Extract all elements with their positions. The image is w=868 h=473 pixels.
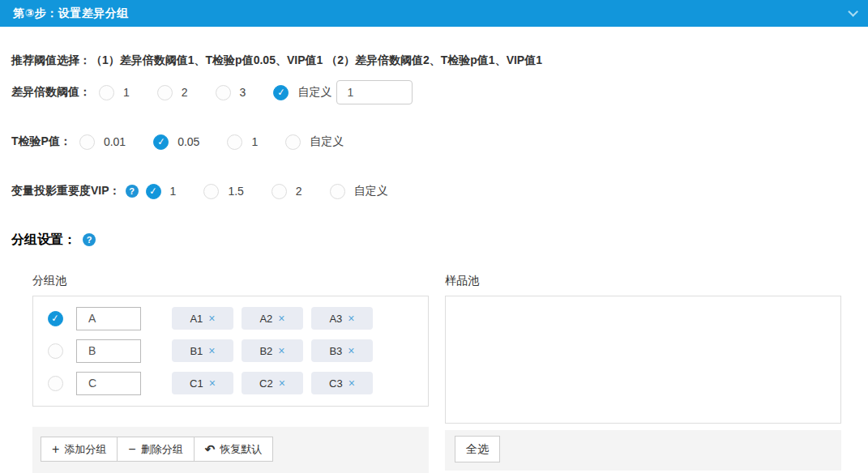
delete-group-button[interactable]: 删除分组 bbox=[117, 437, 194, 462]
sample-pool-column: 样品池 全选 bbox=[445, 274, 841, 471]
pools-section: 分组池 A1 A2 A3 bbox=[32, 274, 868, 473]
fold-change-custom-input[interactable] bbox=[336, 80, 413, 104]
sample-tag: A1 bbox=[172, 307, 233, 330]
p-value-option-005[interactable]: 0.05 bbox=[153, 134, 199, 150]
group-row-b: B1 B2 B3 bbox=[33, 335, 428, 367]
group-row-a: A1 A2 A3 bbox=[33, 302, 428, 335]
remove-tag-icon[interactable] bbox=[348, 344, 354, 357]
radio-option-label: 自定义 bbox=[297, 85, 331, 100]
radio-option-label: 2 bbox=[296, 185, 302, 198]
group-radio-c[interactable] bbox=[48, 376, 63, 391]
group-name-input-a[interactable] bbox=[76, 307, 141, 330]
minus-icon bbox=[128, 442, 135, 457]
radio-option-label: 0.01 bbox=[104, 135, 126, 148]
sample-tag: B1 bbox=[172, 339, 233, 362]
group-pool-buttons: 添加分组 删除分组 恢复默认 bbox=[41, 437, 273, 462]
sample-tag-label: B1 bbox=[190, 345, 203, 357]
group-radio-b[interactable] bbox=[48, 343, 63, 359]
remove-tag-icon[interactable] bbox=[208, 344, 215, 357]
group-c-tags: C1 C2 C3 bbox=[172, 372, 381, 394]
plus-icon bbox=[52, 442, 59, 457]
sample-tag-label: A2 bbox=[259, 313, 272, 325]
group-settings-label: 分组设置： bbox=[11, 232, 76, 249]
fold-change-option-custom[interactable]: 自定义 bbox=[273, 85, 331, 100]
sample-tag-label: A1 bbox=[190, 313, 203, 325]
radio-icon bbox=[146, 184, 161, 199]
group-pool-footer: 添加分组 删除分组 恢复默认 bbox=[32, 427, 429, 473]
group-name-input-c[interactable] bbox=[76, 372, 141, 395]
sample-tag: B2 bbox=[242, 339, 303, 362]
p-value-option-1[interactable]: 1 bbox=[227, 134, 258, 150]
radio-icon bbox=[227, 134, 242, 150]
fold-change-row: 差异倍数阈值： 1 2 3 自定义 bbox=[11, 81, 868, 104]
remove-tag-icon[interactable] bbox=[348, 312, 354, 325]
vip-option-1[interactable]: 1 bbox=[146, 184, 177, 199]
restore-default-button[interactable]: 恢复默认 bbox=[194, 437, 274, 462]
group-row-c: C1 C2 C3 bbox=[33, 367, 428, 399]
radio-icon bbox=[153, 134, 169, 150]
radio-option-label: 1 bbox=[170, 185, 177, 198]
radio-option-label: 1.5 bbox=[228, 185, 243, 198]
vip-row: 变量投影重要度VIP： 1 1.5 2 自定义 bbox=[11, 180, 868, 202]
fold-change-label: 差异倍数阈值： bbox=[11, 85, 91, 100]
vip-option-custom[interactable]: 自定义 bbox=[330, 184, 388, 199]
radio-icon bbox=[99, 85, 114, 100]
sample-pool-panel[interactable] bbox=[445, 296, 841, 424]
question-circle-icon[interactable] bbox=[83, 233, 96, 246]
sample-pool-footer: 全选 bbox=[445, 430, 841, 471]
radio-option-label: 1 bbox=[251, 135, 258, 148]
fold-change-option-1[interactable]: 1 bbox=[99, 85, 130, 100]
remove-tag-icon[interactable] bbox=[348, 377, 355, 390]
remove-tag-icon[interactable] bbox=[278, 344, 284, 357]
sample-tag: A3 bbox=[311, 307, 373, 330]
fold-change-option-2[interactable]: 2 bbox=[157, 85, 188, 100]
vip-label: 变量投影重要度VIP： bbox=[11, 184, 121, 198]
radio-option-label: 3 bbox=[240, 86, 246, 99]
delete-group-label: 删除分组 bbox=[141, 442, 183, 457]
add-group-button[interactable]: 添加分组 bbox=[41, 437, 118, 462]
fold-change-option-3[interactable]: 3 bbox=[216, 85, 246, 100]
remove-tag-icon[interactable] bbox=[208, 312, 215, 325]
step-title: 第③步：设置差异分组 bbox=[13, 6, 129, 21]
p-value-row: T检验P值： 0.01 0.05 1 自定义 bbox=[11, 130, 868, 153]
vip-option-2[interactable]: 2 bbox=[272, 184, 302, 199]
group-radio-a[interactable] bbox=[48, 311, 63, 326]
radio-option-label: 自定义 bbox=[354, 184, 388, 198]
remove-tag-icon[interactable] bbox=[279, 377, 285, 390]
radio-icon bbox=[203, 184, 219, 199]
sample-tag-label: A3 bbox=[329, 313, 342, 325]
sample-tag-label: C1 bbox=[190, 377, 203, 390]
sample-tag: C1 bbox=[172, 372, 233, 394]
p-value-option-001[interactable]: 0.01 bbox=[79, 134, 126, 150]
radio-icon bbox=[285, 134, 301, 150]
group-pool-title: 分组池 bbox=[32, 274, 429, 288]
question-circle-icon[interactable] bbox=[126, 185, 139, 198]
group-name-input-b[interactable] bbox=[76, 339, 141, 363]
remove-tag-icon[interactable] bbox=[209, 377, 216, 390]
radio-option-label: 1 bbox=[123, 86, 130, 99]
radio-icon bbox=[216, 85, 231, 100]
sample-tag: C3 bbox=[311, 372, 373, 394]
select-all-label: 全选 bbox=[466, 442, 489, 457]
radio-icon bbox=[273, 85, 289, 100]
chevron-down-icon[interactable] bbox=[848, 6, 858, 17]
remove-tag-icon[interactable] bbox=[278, 312, 284, 325]
radio-icon bbox=[79, 134, 95, 150]
group-b-tags: B1 B2 B3 bbox=[172, 339, 381, 362]
step-header: 第③步：设置差异分组 bbox=[0, 0, 868, 27]
restore-default-label: 恢复默认 bbox=[220, 442, 262, 457]
sample-tag: A2 bbox=[242, 307, 303, 330]
select-all-button[interactable]: 全选 bbox=[455, 436, 500, 462]
group-pool-panel: A1 A2 A3 B1 B2 B3 bbox=[32, 296, 429, 407]
vip-option-15[interactable]: 1.5 bbox=[203, 184, 243, 199]
sample-tag-label: C2 bbox=[259, 377, 273, 390]
p-value-option-custom[interactable]: 自定义 bbox=[285, 134, 344, 150]
p-value-label: T检验P值： bbox=[11, 134, 71, 149]
step-body: 推荐阈值选择：（1）差异倍数阈值1、T检验p值0.05、VIP值1 （2）差异倍… bbox=[0, 53, 868, 473]
sample-pool-title: 样品池 bbox=[445, 274, 841, 288]
add-group-label: 添加分组 bbox=[64, 442, 106, 457]
radio-option-label: 2 bbox=[182, 86, 188, 99]
radio-icon bbox=[272, 184, 287, 199]
radio-option-label: 自定义 bbox=[310, 134, 344, 149]
radio-option-label: 0.05 bbox=[177, 135, 199, 148]
